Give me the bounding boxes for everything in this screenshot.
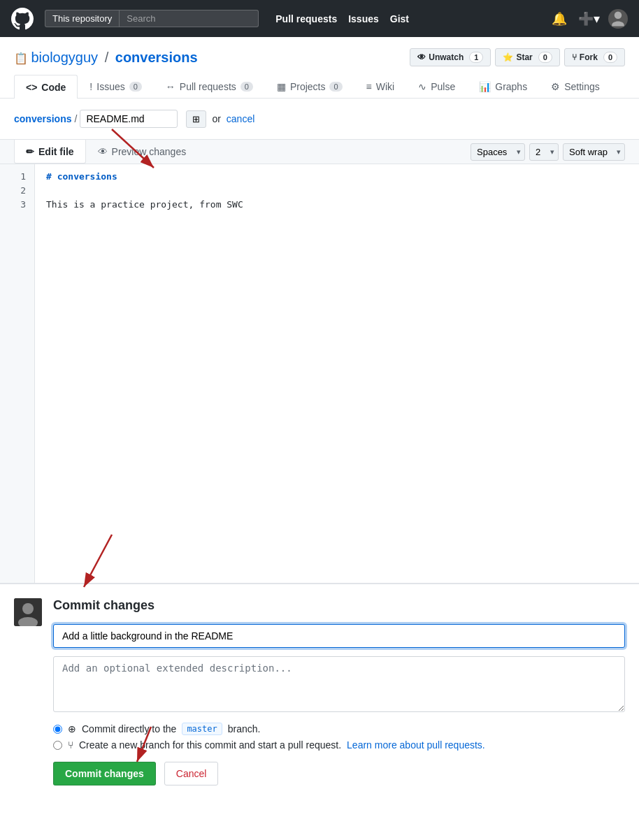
- unwatch-label: Unwatch: [429, 52, 464, 62]
- commit-changes-button[interactable]: Commit changes: [53, 762, 156, 785]
- cancel-link[interactable]: cancel: [227, 113, 254, 124]
- tab-settings[interactable]: ⚙ Settings: [539, 75, 612, 98]
- line-number-1: 1: [0, 170, 34, 184]
- editor-tabs-row: ✏ Edit file 👁 Preview changes Spaces Tab…: [0, 139, 639, 164]
- tab-graphs[interactable]: 📊 Graphs: [467, 75, 539, 98]
- repo-name-link[interactable]: conversions: [115, 50, 198, 65]
- tab-pulse[interactable]: ∿ Pulse: [406, 75, 467, 98]
- commit-direct-suffix: branch.: [228, 723, 261, 734]
- fork-label: Fork: [580, 52, 598, 62]
- spaces-select-wrapper: Spaces Tabs: [471, 143, 525, 161]
- indent-size-select[interactable]: 2 4 8: [529, 143, 559, 161]
- commit-direct-text: Commit directly to the: [82, 723, 176, 734]
- code-line-1: # conversions: [46, 170, 628, 184]
- tab-preview-changes[interactable]: 👁 Preview changes: [86, 140, 199, 164]
- nav-gist-link[interactable]: Gist: [390, 13, 409, 24]
- tab-settings-label: Settings: [564, 81, 600, 92]
- breadcrumb-actions: ⊞ or cancel: [186, 110, 254, 128]
- code-heading-text: # conversions: [46, 171, 117, 182]
- breadcrumb-separator: /: [74, 113, 77, 124]
- nav-repo-search: This repository: [45, 10, 259, 27]
- editor-tabs: ✏ Edit file 👁 Preview changes: [14, 140, 198, 164]
- repo-owner-link[interactable]: biologyguy: [31, 50, 98, 65]
- breadcrumb-repo-link[interactable]: conversions: [14, 113, 71, 124]
- breadcrumb-or: or: [212, 113, 220, 124]
- tab-edit-file[interactable]: ✏ Edit file: [14, 140, 86, 164]
- editor-wrapper: 1 2 3 # conversions This is a practice p…: [0, 164, 639, 584]
- branch-icon: ⑂: [68, 739, 73, 751]
- add-icon[interactable]: ➕▾: [575, 8, 603, 29]
- commit-summary-input[interactable]: [53, 624, 625, 648]
- repo-actions: 👁 Unwatch 1 ⭐ Star 0 ⑂ Fork 0: [410, 48, 625, 66]
- commit-direct-option[interactable]: ⊕ Commit directly to the master branch.: [53, 723, 625, 735]
- commit-description-textarea[interactable]: [53, 656, 625, 712]
- tab-issues[interactable]: ! Issues 0: [78, 75, 153, 98]
- commit-form: Commit changes ⊕ Commit directly to the …: [53, 598, 625, 785]
- tab-projects-label: Projects: [290, 81, 326, 92]
- settings-icon: ⚙: [551, 81, 560, 92]
- commit-actions-wrapper: Commit changes Cancel: [53, 762, 625, 785]
- pr-icon: ↔: [166, 81, 175, 92]
- editor-area: 1 2 3 # conversions This is a practice p…: [0, 164, 639, 584]
- projects-count: 0: [329, 82, 342, 92]
- soft-wrap-select[interactable]: Soft wrap No wrap: [563, 143, 625, 161]
- svg-point-3: [22, 603, 34, 614]
- nav-this-repo-label: This repository: [45, 10, 119, 27]
- commit-new-branch-radio[interactable]: [53, 741, 62, 750]
- preview-changes-label: Preview changes: [112, 146, 187, 157]
- tab-issues-label: Issues: [96, 81, 124, 92]
- tab-pr-label: Pull requests: [180, 81, 236, 92]
- issues-count: 0: [129, 82, 142, 92]
- breadcrumb-slash: /: [105, 50, 109, 65]
- fork-button[interactable]: ⑂ Fork 0: [564, 48, 625, 66]
- code-line-2: [46, 184, 628, 198]
- indent-select-wrapper: 2 4 8: [529, 143, 559, 161]
- learn-more-link[interactable]: Learn more about pull requests.: [347, 739, 485, 751]
- pencil-icon: ✏: [26, 146, 34, 157]
- tab-code[interactable]: <> Code: [14, 75, 78, 99]
- code-icon: <>: [26, 82, 37, 93]
- repo-header: 📋 biologyguy / conversions 👁 Unwatch 1 ⭐…: [0, 37, 639, 99]
- commit-section: Commit changes ⊕ Commit directly to the …: [0, 584, 639, 799]
- commit-direct-radio[interactable]: [53, 725, 62, 734]
- avatar[interactable]: [608, 9, 628, 29]
- branch-name-badge: master: [182, 723, 222, 735]
- unwatch-count: 1: [469, 52, 483, 63]
- commit-direct-icon: ⊕: [68, 723, 76, 734]
- nav-search-input[interactable]: [119, 10, 259, 27]
- tab-wiki[interactable]: ≡ Wiki: [354, 75, 407, 98]
- pulse-icon: ∿: [418, 81, 426, 92]
- repo-title: 📋 biologyguy / conversions: [14, 50, 198, 66]
- breadcrumb-row: conversions / ⊞ or cancel: [0, 99, 639, 139]
- nav-bar: This repository Pull requests Issues Gis…: [0, 0, 639, 37]
- spaces-select[interactable]: Spaces Tabs: [471, 143, 525, 161]
- editor-content[interactable]: # conversions This is a practice project…: [35, 164, 639, 583]
- nav-issues-link[interactable]: Issues: [348, 13, 379, 24]
- pr-count: 0: [240, 82, 253, 92]
- unwatch-button[interactable]: 👁 Unwatch 1: [410, 48, 491, 66]
- line-number-3: 3: [0, 198, 34, 212]
- cancel-button[interactable]: Cancel: [164, 762, 219, 785]
- commit-new-branch-option[interactable]: ⑂ Create a new branch for this commit an…: [53, 739, 625, 751]
- github-logo-icon: [11, 8, 34, 30]
- tab-pull-requests[interactable]: ↔ Pull requests 0: [154, 75, 265, 98]
- projects-icon: ▦: [277, 81, 286, 92]
- issues-icon: !: [89, 81, 92, 92]
- tab-projects[interactable]: ▦ Projects 0: [265, 75, 354, 98]
- fork-count: 0: [603, 52, 617, 63]
- eye-preview-icon: 👁: [98, 146, 108, 157]
- commit-actions: Commit changes Cancel: [53, 762, 625, 785]
- nav-pull-requests-link[interactable]: Pull requests: [275, 13, 337, 24]
- line-number-2: 2: [0, 184, 34, 198]
- repo-tabs: <> Code ! Issues 0 ↔ Pull requests 0 ▦ P…: [14, 75, 625, 98]
- star-button[interactable]: ⭐ Star 0: [495, 48, 559, 66]
- notifications-icon[interactable]: 🔔: [549, 8, 570, 29]
- filename-input[interactable]: [80, 110, 178, 128]
- star-label: Star: [516, 52, 532, 62]
- soft-wrap-select-wrapper: Soft wrap No wrap: [563, 143, 625, 161]
- code-line-3: This is a practice project, from SWC: [46, 198, 628, 212]
- tab-graphs-label: Graphs: [495, 81, 527, 92]
- file-mode-button[interactable]: ⊞: [186, 110, 206, 128]
- line-numbers: 1 2 3: [0, 164, 35, 583]
- code-body-text: This is a practice project, from SWC: [46, 199, 243, 210]
